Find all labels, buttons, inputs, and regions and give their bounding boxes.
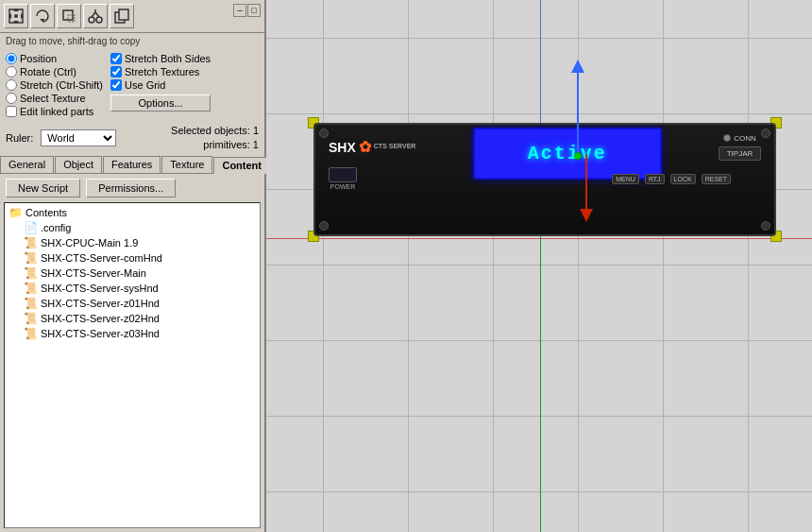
lock-button[interactable]: LOCK [670,174,696,184]
tree-item-label: SHX-CTS-Server-Main [41,267,146,279]
conn-indicator: CONN [723,134,756,143]
tree-area[interactable]: 📁 Contents 📄 .config 📜 SHX-CPUC-Main 1.9… [4,202,261,528]
folder-icon: 📁 [8,206,23,219]
copy-tool-button[interactable] [110,4,134,28]
tree-item-label: SHX-CTS-Server-z03Hnd [41,328,160,339]
list-item[interactable]: 📜 SHX-CPUC-Main 1.9 [22,235,258,250]
list-item[interactable]: 📜 SHX-CTS-Server-comHnd [22,250,258,266]
svg-line-11 [92,12,95,17]
ruler-select[interactable]: World Local Reference [41,129,116,146]
options-button[interactable]: Options... [110,94,211,112]
tab-content[interactable]: Content [213,157,270,174]
move-tool-button[interactable] [4,4,28,28]
conn-label: CONN [734,134,756,143]
device-subtitle: CTS SERVER [374,143,416,149]
grid-line [266,38,812,39]
stretch-both-option[interactable]: Stretch Both Sides [110,53,211,64]
select-texture-radio[interactable] [6,93,17,104]
tab-texture[interactable]: Texture [161,156,212,173]
viewport: SHX ✿ CTS SERVER [266,0,812,532]
script-icon: 📜 [24,282,38,295]
maximize-button[interactable]: □ [247,4,261,17]
rotate-tool-button[interactable] [30,4,55,28]
list-item[interactable]: 📜 SHX-CTS-Server-sysHnd [22,281,258,296]
list-item[interactable]: 📜 SHX-CTS-Server-Main [22,266,258,281]
list-item[interactable]: 📜 SHX-CTS-Server-z01Hnd [22,296,258,311]
tipjar-button[interactable]: TIPJAR [719,146,761,161]
minimize-button[interactable]: – [233,4,246,17]
list-item[interactable]: 📄 .config [22,220,258,235]
stretch-textures-option[interactable]: Stretch Textures [110,66,211,77]
svg-rect-15 [119,9,128,20]
left-panel: – □ Drag to move, shift-drag to copy Pos… [0,0,266,532]
new-script-button[interactable]: New Script [6,179,80,197]
cut-tool-button[interactable] [83,4,108,28]
script-icon: 📜 [24,312,38,325]
reset-button[interactable]: RESET [702,174,731,184]
menu-button[interactable]: MENU [612,174,639,184]
device-right-controls: CONN TIPJAR [719,134,761,161]
lcd-segment-1 [514,123,566,125]
position-radio[interactable] [6,53,17,64]
tab-object[interactable]: Object [55,156,102,173]
file-icon: 📄 [24,221,38,234]
power-button[interactable] [329,167,357,182]
conn-led [723,134,731,142]
y-axis-handle[interactable] [577,71,579,156]
select-texture-option[interactable]: Select Texture [6,93,103,104]
tree-item-label: SHX-CPUC-Main 1.9 [41,237,138,249]
grid-line [266,491,812,492]
tab-general[interactable]: General [0,156,54,173]
permissions-button[interactable]: Permissions... [86,179,176,197]
lcd-top-segments [514,123,621,125]
selected-info: Selected objects: 1 primitives: 1 [171,124,259,153]
tree-root-contents[interactable]: 📁 Contents [7,205,258,220]
script-icon: 📜 [24,236,38,249]
svg-point-10 [96,17,102,23]
use-grid-checkbox[interactable] [110,79,122,91]
list-item[interactable]: 📜 SHX-CTS-Server-z03Hnd [22,326,258,341]
red-axis-line [585,154,587,211]
script-icon: 📜 [24,251,38,265]
y-axis-arrow [571,60,584,73]
use-grid-option[interactable]: Use Grid [110,79,211,91]
tabs: General Object Features Texture Content [0,156,264,174]
device-top-row: SHX ✿ CTS SERVER [321,130,769,163]
options-right: Stretch Both Sides Stretch Textures Use … [110,53,211,117]
svg-line-12 [95,12,99,17]
grid-line [663,0,664,532]
tab-features[interactable]: Features [103,156,161,173]
shx-logo: SHX ✿ CTS SERVER [329,138,415,156]
svg-rect-8 [68,15,75,22]
scale-tool-button[interactable] [57,4,81,28]
position-option[interactable]: Position [6,53,103,64]
stretch-textures-checkbox[interactable] [110,66,122,77]
power-label: POWER [330,183,355,190]
edit-linked-checkbox[interactable] [6,106,17,117]
rotate-radio[interactable] [6,66,17,77]
center-handle[interactable] [574,152,582,160]
brand-text: SHX [329,140,356,155]
script-icon: 📜 [24,297,38,310]
stretch-radio[interactable] [6,79,17,91]
tree-item-label: SHX-CTS-Server-sysHnd [41,283,159,294]
options-left: Position Rotate (Ctrl) Stretch (Ctrl-Shi… [6,53,103,117]
script-icon: 📜 [24,327,38,340]
grid-line [266,113,812,114]
grid-line [266,265,812,266]
stretch-option[interactable]: Stretch (Ctrl-Shift) [6,79,103,91]
options-section: Position Rotate (Ctrl) Stretch (Ctrl-Shi… [0,49,264,121]
list-item[interactable]: 📜 SHX-CTS-Server-z02Hnd [22,311,258,326]
tree-item-label: SHX-CTS-Server-comHnd [41,252,162,264]
rotate-option[interactable]: Rotate (Ctrl) [6,66,103,77]
ruler-row: Ruler: World Local Reference Selected ob… [0,121,264,156]
edit-linked-option[interactable]: Edit linked parts [6,106,103,117]
logo-star-icon: ✿ [359,138,371,156]
rtj-button[interactable]: RTJ [645,174,665,184]
ruler-label: Ruler: [6,132,33,144]
content-buttons-row: New Script Permissions... [0,174,264,202]
axis-line-red [266,238,812,239]
grid-line [266,340,812,341]
svg-point-9 [89,17,94,23]
stretch-both-checkbox[interactable] [110,53,122,64]
